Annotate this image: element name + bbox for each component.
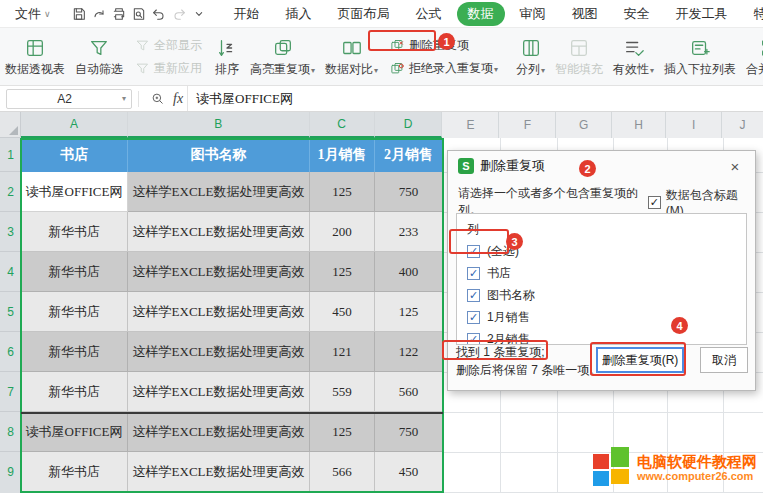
save-icon[interactable] xyxy=(71,4,87,24)
row-header-3[interactable]: 3 xyxy=(0,212,21,252)
cell-a7[interactable]: 新华书店 xyxy=(21,372,128,412)
cell-b1[interactable]: 图书名称 xyxy=(128,138,310,172)
tab-data[interactable]: 数据 xyxy=(457,2,505,26)
confirm-remove-duplicates-button[interactable]: 删除重复项(R) xyxy=(596,347,684,373)
row-header-5[interactable]: 5 xyxy=(0,292,21,332)
cell-a9[interactable]: 新华书店 xyxy=(21,452,128,492)
file-menu[interactable]: 文件 ∨ xyxy=(15,5,51,23)
print-icon[interactable] xyxy=(111,4,127,24)
reapply-button[interactable]: 重新应用 xyxy=(132,59,205,78)
checkbox-column-jan-sales[interactable]: ✓ 1月销售 xyxy=(467,306,736,328)
cell-a4[interactable]: 新华书店 xyxy=(21,252,128,292)
name-box-dropdown-icon[interactable]: ▾ xyxy=(122,94,131,103)
tab-formulas[interactable]: 公式 xyxy=(405,2,453,26)
cell-d7[interactable]: 560 xyxy=(375,372,443,412)
undo-icon[interactable] xyxy=(151,4,167,24)
cell-d9[interactable]: 450 xyxy=(375,452,443,492)
cell-d5[interactable]: 125 xyxy=(375,292,443,332)
cell-b6[interactable]: 这样学EXCLE数据处理更高效 xyxy=(128,332,310,372)
insert-dropdown-list-button[interactable]: 插入下拉列表 xyxy=(659,28,741,85)
cell-b3[interactable]: 这样学EXCLE数据处理更高效 xyxy=(128,212,310,252)
tab-insert[interactable]: 插入 xyxy=(275,2,323,26)
column-header-e[interactable]: E xyxy=(442,112,499,138)
column-header-f[interactable]: F xyxy=(499,112,556,138)
cell-b5[interactable]: 这样学EXCLE数据处理更高效 xyxy=(128,292,310,332)
row-header-7[interactable]: 7 xyxy=(0,372,21,412)
validity-button[interactable]: 有效性▾ xyxy=(608,28,659,85)
show-all-button[interactable]: 全部显示 xyxy=(132,36,205,55)
cell-c9[interactable]: 566 xyxy=(310,452,375,492)
text-to-columns-button[interactable]: 分列▾ xyxy=(511,28,550,85)
quickbar-more-icon[interactable] xyxy=(191,4,207,24)
formula-input[interactable]: 读书屋OFFICE网 xyxy=(187,86,763,111)
cell-d1[interactable]: 2月销售 xyxy=(375,138,443,172)
cell-a2-active[interactable]: 读书屋OFFICE网 xyxy=(21,172,128,212)
tab-security[interactable]: 安全 xyxy=(613,2,661,26)
cell-b2[interactable]: 这样学EXCLE数据处理更高效 xyxy=(128,172,310,212)
tab-special-features[interactable]: 特色功能 xyxy=(743,2,763,26)
column-header-d[interactable]: D xyxy=(375,112,443,138)
sort-button[interactable]: 排序 xyxy=(209,28,245,85)
cell-a5[interactable]: 新华书店 xyxy=(21,292,128,332)
fx-icon[interactable]: fx xyxy=(173,91,183,107)
cell-b7[interactable]: 这样学EXCLE数据处理更高效 xyxy=(128,372,310,412)
column-header-g[interactable]: G xyxy=(556,112,612,138)
column-header-h[interactable]: H xyxy=(612,112,666,138)
cell-a3[interactable]: 新华书店 xyxy=(21,212,128,252)
zoom-formula-icon[interactable] xyxy=(147,89,167,109)
dialog-title-bar[interactable]: S 删除重复项 × xyxy=(448,151,755,181)
cell-c3[interactable]: 200 xyxy=(310,212,375,252)
select-all-corner[interactable] xyxy=(0,112,21,137)
checkbox-column-book-title[interactable]: ✓ 图书名称 xyxy=(467,284,736,306)
cell-a6[interactable]: 新华书店 xyxy=(21,332,128,372)
smart-fill-button[interactable]: 智能填充 xyxy=(550,28,608,85)
reject-duplicate-entry-button[interactable]: 拒绝录入重复项▾ xyxy=(387,59,501,78)
cell-b4[interactable]: 这样学EXCLE数据处理更高效 xyxy=(128,252,310,292)
cell-a1[interactable]: 书店 xyxy=(21,138,128,172)
cell-c4[interactable]: 125 xyxy=(310,252,375,292)
column-header-a[interactable]: A xyxy=(21,112,128,138)
column-header-c[interactable]: C xyxy=(310,112,375,138)
autofilter-button[interactable]: 自动筛选 xyxy=(70,28,128,85)
cell-c5[interactable]: 450 xyxy=(310,292,375,332)
cell-c8[interactable]: 125 xyxy=(310,412,375,452)
cell-d4[interactable]: 400 xyxy=(375,252,443,292)
tab-developer[interactable]: 开发工具 xyxy=(665,2,739,26)
tab-home[interactable]: 开始 xyxy=(223,2,271,26)
pivot-table-button[interactable]: 数据透视表 xyxy=(0,28,70,85)
row-header-8[interactable]: 8 xyxy=(0,412,21,452)
name-box[interactable]: A2 ▾ xyxy=(6,89,132,109)
cell-a8[interactable]: 读书屋OFFICE网 xyxy=(21,412,128,452)
cell-d8[interactable]: 750 xyxy=(375,412,443,452)
tab-view[interactable]: 视图 xyxy=(561,2,609,26)
cell-c6[interactable]: 121 xyxy=(310,332,375,372)
tab-page-layout[interactable]: 页面布局 xyxy=(327,2,401,26)
row-header-9[interactable]: 9 xyxy=(0,452,21,492)
data-compare-button[interactable]: 数据对比▾ xyxy=(320,28,383,85)
column-header-i[interactable]: I xyxy=(666,112,722,138)
row-header-4[interactable]: 4 xyxy=(0,252,21,292)
column-header-b[interactable]: B xyxy=(128,112,310,138)
export-icon[interactable] xyxy=(91,4,107,24)
cell-c7[interactable]: 559 xyxy=(310,372,375,412)
close-icon[interactable]: × xyxy=(725,158,745,175)
row-header-2[interactable]: 2 xyxy=(0,172,21,212)
cell-c1[interactable]: 1月销售 xyxy=(310,138,375,172)
row-header-6[interactable]: 6 xyxy=(0,332,21,372)
cell-b8[interactable]: 这样学EXCLE数据处理更高效 xyxy=(128,412,310,452)
redo-icon[interactable] xyxy=(171,4,187,24)
cancel-button[interactable]: 取消 xyxy=(700,347,748,373)
cell-c2[interactable]: 125 xyxy=(310,172,375,212)
cell-d3[interactable]: 233 xyxy=(375,212,443,252)
cell-d6[interactable]: 122 xyxy=(375,332,443,372)
consolidate-button[interactable]: 合并计算 xyxy=(741,28,763,85)
column-header-j[interactable]: J xyxy=(722,112,763,138)
print-preview-icon[interactable] xyxy=(131,4,147,24)
cell-d2[interactable]: 750 xyxy=(375,172,443,212)
checkbox-column-feb-sales[interactable]: ✓ 2月销售 xyxy=(467,328,736,345)
row-header-1[interactable]: 1 xyxy=(0,138,21,172)
cell-b9[interactable]: 这样学EXCLE数据处理更高效 xyxy=(128,452,310,492)
checkbox-column-bookstore[interactable]: ✓ 书店 xyxy=(467,262,736,284)
tab-review[interactable]: 审阅 xyxy=(509,2,557,26)
highlight-duplicates-button[interactable]: 高亮重复项▾ xyxy=(245,28,320,85)
